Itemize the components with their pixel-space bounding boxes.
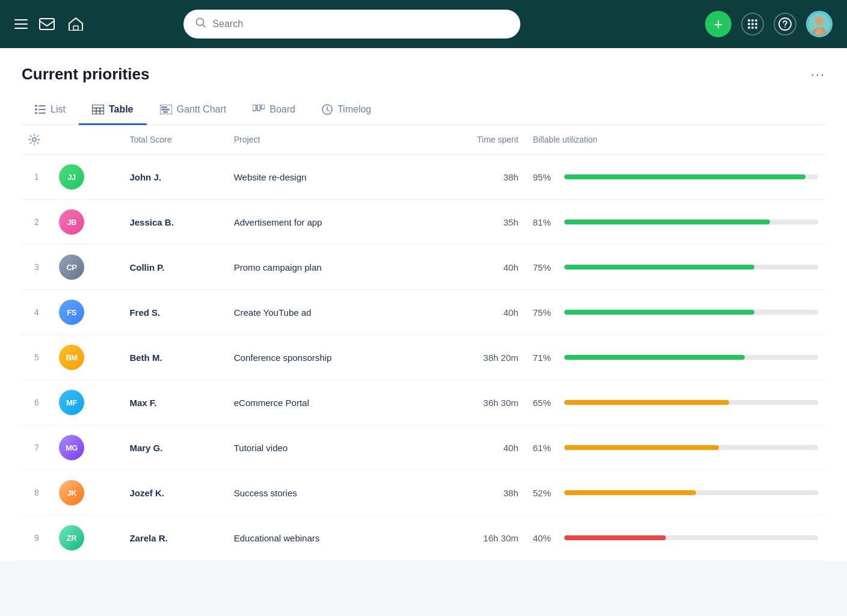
col-billable-header: Billable utilization (526, 125, 825, 155)
svg-rect-0 (40, 19, 54, 29)
topnav: + (0, 0, 847, 48)
avatar-cell: FS (52, 290, 122, 335)
search-input[interactable] (212, 19, 508, 29)
tab-timelog-label: Timelog (337, 104, 371, 115)
svg-point-4 (751, 19, 754, 22)
tab-gantt[interactable]: Gantt Chart (147, 96, 240, 125)
avatar-cell: MG (52, 425, 122, 470)
table-row: 3 CP Collin P. Promo campaign plan 40h 7… (22, 245, 825, 290)
col-rank-header (52, 125, 122, 155)
svg-point-5 (755, 19, 757, 22)
billable-cell: 65% (526, 380, 825, 425)
rank-cell: 5 (22, 335, 52, 380)
table-icon (92, 105, 104, 114)
time-spent-cell: 38h (427, 155, 526, 200)
table-row: 9 ZR Zarela R. Educational webinars 16h … (22, 516, 825, 561)
svg-point-16 (815, 17, 824, 25)
name-cell: Mary G. (122, 425, 226, 470)
nav-icons-left (14, 14, 85, 34)
hamburger-menu[interactable] (14, 19, 28, 29)
svg-rect-19 (38, 112, 46, 114)
rank-cell: 7 (22, 425, 52, 470)
time-spent-cell: 40h (427, 245, 526, 290)
billable-cell: 75% (526, 245, 825, 290)
rank-cell: 2 (22, 200, 52, 245)
project-cell: eCommerce Portal (227, 380, 427, 425)
svg-rect-20 (35, 105, 37, 107)
settings-icon[interactable] (28, 134, 40, 146)
tab-timelog[interactable]: Timelog (309, 96, 384, 125)
avatar-cell: BM (52, 335, 122, 380)
svg-rect-23 (92, 105, 104, 114)
svg-rect-33 (257, 105, 260, 111)
rank-cell: 4 (22, 290, 52, 335)
view-tabs: List Table (22, 96, 825, 125)
search-bar[interactable] (183, 10, 520, 38)
tab-table[interactable]: Table (79, 96, 147, 125)
project-cell: Tutorial video (227, 425, 427, 470)
avatar-cell: ZR (52, 516, 122, 561)
svg-rect-34 (262, 105, 265, 109)
grid-icon[interactable] (741, 13, 764, 35)
avatar-cell: JB (52, 200, 122, 245)
home-icon[interactable] (66, 14, 85, 34)
time-spent-cell: 35h (427, 200, 526, 245)
project-cell: Success stories (227, 470, 427, 516)
tab-board[interactable]: Board (239, 96, 309, 125)
name-cell: Jessica B. (122, 200, 226, 245)
svg-point-10 (751, 26, 754, 29)
rank-cell: 8 (22, 470, 52, 516)
search-icon (196, 17, 206, 31)
table-row: 7 MG Mary G. Tutorial video 40h 61% (22, 425, 825, 470)
table-row: 5 BM Beth M. Conference sponsorship 38h … (22, 335, 825, 380)
data-table: Total Score Project Time spent Billable … (22, 125, 825, 561)
col-name-header: Total Score (122, 125, 226, 155)
project-cell: Promo campaign plan (227, 245, 427, 290)
svg-point-9 (748, 26, 750, 29)
billable-cell: 52% (526, 470, 825, 516)
name-cell: Jozef K. (122, 470, 226, 516)
svg-point-8 (755, 23, 757, 25)
avatar-cell: JJ (52, 155, 122, 200)
avatar-cell: JK (52, 470, 122, 516)
rank-cell: 9 (22, 516, 52, 561)
user-avatar[interactable] (806, 11, 833, 37)
svg-rect-32 (253, 105, 256, 111)
tab-list[interactable]: List (22, 96, 79, 125)
svg-point-7 (751, 23, 754, 25)
tab-table-label: Table (109, 104, 134, 115)
help-icon[interactable] (774, 13, 796, 35)
name-cell: John J. (122, 155, 226, 200)
rank-cell: 6 (22, 380, 52, 425)
svg-point-6 (748, 23, 750, 25)
rank-cell: 1 (22, 155, 52, 200)
time-spent-cell: 16h 30m (427, 516, 526, 561)
time-spent-cell: 40h (427, 290, 526, 335)
mail-icon[interactable] (37, 14, 57, 34)
table-row: 8 JK Jozef K. Success stories 38h 52% (22, 470, 825, 516)
svg-point-13 (784, 26, 786, 28)
billable-cell: 75% (526, 290, 825, 335)
timelog-icon (322, 104, 333, 115)
name-cell: Zarela R. (122, 516, 226, 561)
rank-cell: 3 (22, 245, 52, 290)
col-time-header: Time spent (427, 125, 526, 155)
time-spent-cell: 38h (427, 470, 526, 516)
svg-rect-17 (38, 105, 46, 106)
name-cell: Max F. (122, 380, 226, 425)
project-cell: Website re-design (227, 155, 427, 200)
billable-cell: 40% (526, 516, 825, 561)
page-title: Current priorities (22, 65, 149, 84)
add-button[interactable]: + (705, 11, 732, 37)
svg-rect-22 (35, 112, 37, 114)
list-icon (35, 105, 46, 114)
name-cell: Collin P. (122, 245, 226, 290)
svg-rect-1 (73, 26, 78, 30)
svg-rect-21 (35, 109, 37, 111)
table-row: 2 JB Jessica B. Advertisement for app 35… (22, 200, 825, 245)
more-options-button[interactable]: ··· (811, 67, 825, 82)
tab-board-label: Board (270, 104, 295, 115)
table-row: 6 MF Max F. eCommerce Portal 36h 30m 65% (22, 380, 825, 425)
svg-point-3 (748, 19, 750, 22)
project-cell: Conference sponsorship (227, 335, 427, 380)
